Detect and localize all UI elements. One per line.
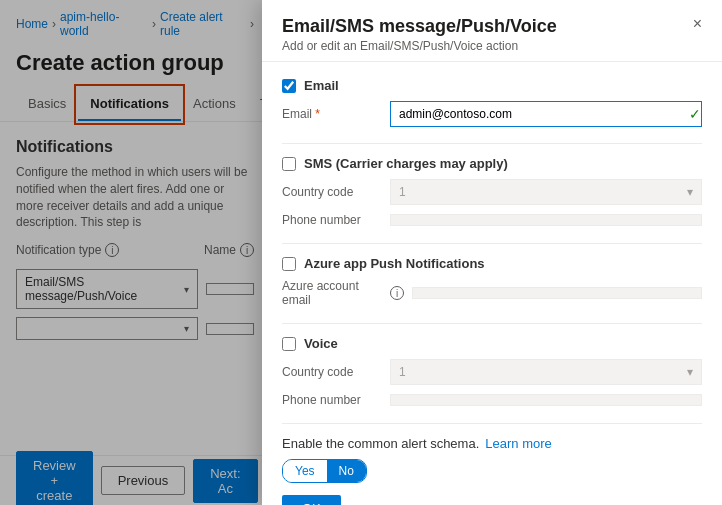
dialog-close-button[interactable]: × [693,16,702,32]
voice-label: Voice [304,336,338,351]
sms-country-value: 1 [399,185,406,199]
email-field-label: Email [282,107,382,121]
push-account-label: Azure account email [282,279,382,307]
email-label: Email [304,78,339,93]
voice-phone-label: Phone number [282,393,382,407]
schema-section: Enable the common alert schema. Learn mo… [282,436,702,483]
learn-more-link[interactable]: Learn more [485,436,551,451]
toggle-yes-option[interactable]: Yes [283,460,327,482]
voice-country-label: Country code [282,365,382,379]
schema-text: Enable the common alert schema. [282,436,479,451]
push-checkbox[interactable] [282,257,296,271]
voice-phone-input[interactable] [390,394,702,406]
sms-country-select[interactable]: 1 ▾ [390,179,702,205]
voice-country-select[interactable]: 1 ▾ [390,359,702,385]
sms-country-label: Country code [282,185,382,199]
email-field-wrap: ✓ [390,101,702,127]
sms-section: SMS (Carrier charges may apply) Country … [282,156,702,227]
voice-country-arrow: ▾ [687,365,693,379]
dialog-panel: Email/SMS message/Push/Voice Add or edit… [262,0,722,505]
schema-toggle[interactable]: Yes No [282,459,367,483]
sms-phone-label: Phone number [282,213,382,227]
email-checkmark-icon: ✓ [689,106,701,122]
sms-checkbox[interactable] [282,157,296,171]
dialog-subtitle: Add or edit an Email/SMS/Push/Voice acti… [282,39,557,53]
push-section: Azure app Push Notifications Azure accou… [282,256,702,307]
push-account-info-icon: i [390,286,404,300]
voice-section: Voice Country code 1 ▾ Phone number [282,336,702,407]
voice-country-value: 1 [399,365,406,379]
sms-label: SMS (Carrier charges may apply) [304,156,508,171]
sms-phone-input[interactable] [390,214,702,226]
push-label: Azure app Push Notifications [304,256,485,271]
voice-checkbox[interactable] [282,337,296,351]
sms-country-arrow: ▾ [687,185,693,199]
email-checkbox[interactable] [282,79,296,93]
dialog-title: Email/SMS message/Push/Voice [282,16,557,37]
email-input[interactable] [391,102,685,126]
ok-button[interactable]: OK [282,495,341,505]
push-account-input[interactable] [412,287,702,299]
email-section: Email Email ✓ [282,78,702,127]
toggle-no-option[interactable]: No [327,460,366,482]
